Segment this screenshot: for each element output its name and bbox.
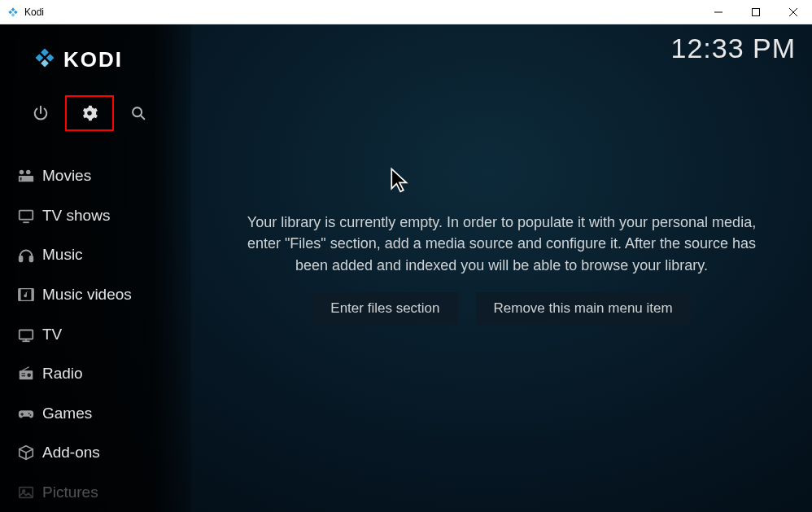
svg-rect-18 (20, 177, 22, 181)
radio-icon (10, 365, 42, 383)
sidebar-item-addons[interactable]: Add-ons (0, 433, 191, 473)
games-icon (10, 405, 42, 422)
svg-rect-22 (30, 256, 33, 261)
svg-rect-5 (753, 8, 760, 15)
sidebar-item-music[interactable]: Music (0, 235, 191, 275)
svg-rect-19 (20, 210, 33, 219)
svg-rect-0 (11, 7, 15, 11)
sidebar-item-radio[interactable]: Radio (0, 354, 191, 394)
sidebar-item-label: Movies (42, 167, 191, 185)
library-empty-message: Your library is currently empty. In orde… (225, 212, 779, 275)
svg-point-37 (30, 414, 32, 416)
sidebar-item-label: Add-ons (42, 444, 191, 462)
kodi-logo-icon (7, 6, 20, 19)
sidebar-item-label: Pictures (42, 484, 191, 501)
brand-logo: KODI (0, 24, 191, 80)
sidebar-item-tvshows[interactable]: TV shows (0, 196, 191, 236)
tvshows-icon (10, 207, 42, 225)
addons-icon (10, 444, 42, 462)
window-title: Kodi (24, 7, 44, 18)
sidebar-item-label: Music videos (42, 286, 191, 304)
svg-point-16 (26, 170, 31, 175)
main-menu: Movies TV shows Music Music videos (0, 137, 191, 512)
svg-rect-35 (20, 414, 24, 414)
window-maximize-button[interactable] (737, 0, 775, 24)
svg-rect-21 (20, 256, 23, 261)
sidebar-item-games[interactable]: Games (0, 393, 191, 433)
svg-rect-3 (11, 12, 15, 16)
svg-point-15 (20, 170, 24, 175)
svg-rect-24 (19, 289, 21, 301)
content-area: Your library is currently empty. In orde… (191, 24, 812, 512)
musicvideos-icon (10, 286, 42, 304)
svg-point-12 (87, 111, 92, 116)
svg-rect-8 (41, 49, 49, 57)
sidebar-item-label: TV (42, 326, 191, 344)
enter-files-button[interactable]: Enter files section (312, 292, 457, 325)
svg-rect-11 (41, 59, 49, 68)
sidebar: KODI Movies TV (0, 24, 191, 512)
brand-text: KODI (63, 47, 123, 72)
settings-button[interactable] (65, 95, 114, 131)
window-titlebar: Kodi (0, 0, 812, 24)
kodi-logo-icon (33, 46, 57, 73)
sidebar-item-tv[interactable]: TV (0, 314, 191, 354)
svg-rect-9 (46, 54, 55, 62)
svg-line-33 (22, 367, 28, 371)
svg-line-14 (141, 116, 145, 120)
sidebar-item-label: Games (42, 405, 191, 422)
svg-rect-25 (31, 289, 33, 301)
sidebar-item-label: Music (42, 246, 191, 264)
sidebar-item-label: TV shows (42, 207, 191, 225)
sidebar-item-pictures[interactable]: Pictures (0, 473, 191, 513)
svg-rect-26 (20, 330, 33, 339)
clock: 12:33 PM (670, 33, 796, 64)
power-button[interactable] (16, 95, 65, 131)
svg-point-39 (23, 490, 25, 492)
window-close-button[interactable] (775, 0, 812, 24)
svg-point-30 (27, 374, 31, 378)
pictures-icon (10, 484, 42, 501)
music-icon (10, 246, 42, 264)
sidebar-item-musicvideos[interactable]: Music videos (0, 275, 191, 315)
movies-icon (10, 167, 42, 185)
window-minimize-button[interactable] (700, 0, 737, 24)
svg-rect-10 (36, 54, 44, 62)
svg-rect-1 (14, 10, 18, 14)
remove-menu-item-button[interactable]: Remove this main menu item (476, 292, 691, 325)
tv-icon (10, 326, 42, 344)
sidebar-item-label: Radio (42, 365, 191, 383)
sidebar-item-movies[interactable]: Movies (0, 156, 191, 196)
svg-rect-2 (8, 10, 12, 14)
svg-point-36 (28, 413, 30, 414)
search-button[interactable] (114, 95, 163, 131)
